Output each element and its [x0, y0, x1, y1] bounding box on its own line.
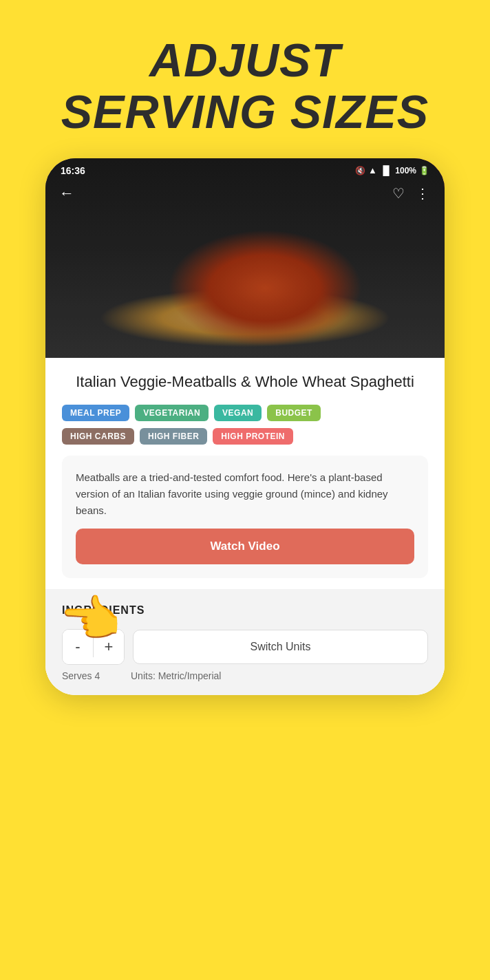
- serves-text: Serves 4: [62, 670, 122, 681]
- hero-nav: ← ♡ ⋮: [45, 184, 445, 202]
- description-box: Meatballs are a tried-and-tested comfort…: [62, 456, 428, 578]
- title-line1: ADJUST: [61, 34, 429, 86]
- status-bar: 16:36 🔇 ▲ ▐▌ 100% 🔋: [45, 158, 445, 176]
- description-text: Meatballs are a tried-and-tested comfort…: [76, 469, 414, 519]
- tag-vegetarian: VEGETARIAN: [135, 405, 209, 421]
- units-text: Units: Metric/Imperial: [131, 670, 428, 681]
- watch-video-button[interactable]: Watch Video: [76, 529, 414, 564]
- pointing-hand-emoji: 👈: [59, 590, 121, 648]
- hero-image: 16:36 🔇 ▲ ▐▌ 100% 🔋 ← ♡ ⋮: [45, 158, 445, 358]
- title-line2: SERVING SIZES: [61, 86, 429, 138]
- tags-row-2: HIGH CARBS HIGH FIBER HIGH PROTEIN: [62, 428, 428, 445]
- battery-icon: 🔋: [419, 166, 429, 175]
- hero-actions: ♡ ⋮: [392, 185, 431, 202]
- tag-budget: BUDGET: [267, 405, 321, 421]
- tag-meal-prep: MEAL PREP: [62, 405, 129, 421]
- page-header: ADJUST SERVING SIZES: [61, 0, 429, 158]
- tag-high-fiber: HIGH FIBER: [140, 428, 207, 445]
- recipe-title: Italian Veggie-Meatballs & Whole Wheat S…: [62, 372, 428, 393]
- back-button[interactable]: ←: [59, 184, 74, 202]
- tag-high-protein: HIGH PROTEIN: [213, 428, 293, 445]
- tag-vegan: VEGAN: [214, 405, 262, 421]
- status-icons: 🔇 ▲ ▐▌ 100% 🔋: [355, 165, 429, 175]
- switch-units-button[interactable]: Switch Units: [133, 630, 428, 664]
- more-icon[interactable]: ⋮: [416, 185, 431, 202]
- serving-info-row: Serves 4 Units: Metric/Imperial: [62, 670, 428, 681]
- wifi-icon: ▲: [368, 165, 377, 175]
- tag-high-carbs: HIGH CARBS: [62, 428, 134, 445]
- signal-icon: ▐▌: [380, 165, 392, 175]
- status-time: 16:36: [61, 165, 85, 176]
- battery-label: 100%: [395, 166, 416, 175]
- phone-frame-wrapper: 16:36 🔇 ▲ ▐▌ 100% 🔋 ← ♡ ⋮ Italian: [45, 158, 445, 696]
- mute-icon: 🔇: [355, 166, 365, 175]
- tags-row: MEAL PREP VEGETARIAN VEGAN BUDGET: [62, 405, 428, 421]
- favorite-icon[interactable]: ♡: [392, 185, 405, 202]
